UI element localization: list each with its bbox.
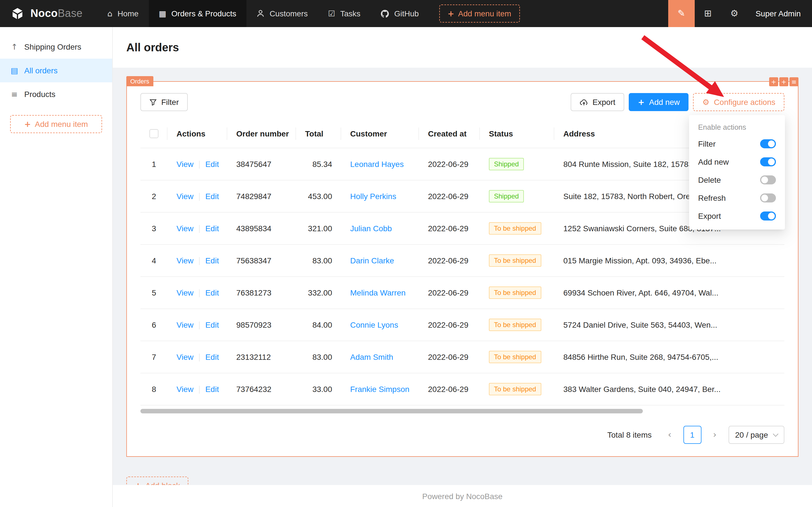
column-header-order-number: Order number xyxy=(227,119,296,148)
dropdown-item-add-new[interactable]: Add new xyxy=(689,153,785,171)
dropdown-item-filter[interactable]: Filter xyxy=(689,135,785,153)
menu-item-tasks[interactable]: Tasks xyxy=(318,0,371,27)
ui-editor-button[interactable] xyxy=(668,0,695,27)
add-new-toggle[interactable] xyxy=(760,157,776,166)
customer-link[interactable]: Adam Smith xyxy=(350,353,393,362)
view-link[interactable]: View xyxy=(176,160,193,169)
row-index: 3 xyxy=(140,213,168,245)
current-page-button[interactable]: 1 xyxy=(683,426,701,444)
customer-link[interactable]: Darin Clarke xyxy=(350,256,394,265)
plugins-button[interactable] xyxy=(695,0,721,27)
edit-link[interactable]: Edit xyxy=(205,320,219,329)
settings-button[interactable] xyxy=(721,0,748,27)
dropdown-item-refresh[interactable]: Refresh xyxy=(689,189,785,207)
total-cell: 453.00 xyxy=(296,180,341,213)
view-link[interactable]: View xyxy=(176,352,193,361)
status-badge: To be shipped xyxy=(489,319,541,331)
delete-toggle[interactable] xyxy=(760,175,776,184)
page-footer: Powered by NocoBase xyxy=(113,485,812,507)
toolbar-right: Export Add new Configure actions xyxy=(571,93,785,111)
drag-icon[interactable]: + xyxy=(769,77,778,86)
table-row: 2 ViewEdit 74829847 453.00 Holly Perkins… xyxy=(140,180,785,213)
sidebar-item-products[interactable]: Products xyxy=(0,82,112,106)
export-button[interactable]: Export xyxy=(571,93,625,111)
view-link[interactable]: View xyxy=(176,256,193,265)
dropdown-item-export[interactable]: Export xyxy=(689,207,785,225)
scrollbar-thumb[interactable] xyxy=(140,409,643,414)
order-number-cell: 75638347 xyxy=(227,245,296,277)
edit-link[interactable]: Edit xyxy=(205,288,219,297)
add-block-button[interactable]: Add block xyxy=(126,476,188,485)
prev-page-button[interactable] xyxy=(660,426,679,444)
order-number-cell: 98570923 xyxy=(227,309,296,341)
next-page-button[interactable] xyxy=(706,426,724,444)
app: NocoBase Home Orders & Products Customer… xyxy=(0,0,812,507)
divider xyxy=(199,258,199,265)
page-size-select[interactable]: 20 / page xyxy=(728,426,785,444)
created-at-cell: 2022-06-29 xyxy=(419,309,480,341)
menu-item-customers[interactable]: Customers xyxy=(246,0,318,27)
prev-icon xyxy=(668,431,672,440)
customer-link[interactable]: Holly Perkins xyxy=(350,192,396,201)
dropdown-item-label: Refresh xyxy=(698,193,726,203)
total-cell: 83.00 xyxy=(296,341,341,373)
filter-toggle[interactable] xyxy=(760,139,776,148)
dropdown-item-delete[interactable]: Delete xyxy=(689,171,785,189)
sidebar-item-shipping-orders[interactable]: Shipping Orders xyxy=(0,35,112,59)
divider xyxy=(199,322,199,330)
edit-link[interactable]: Edit xyxy=(205,224,219,233)
customer-link[interactable]: Melinda Warren xyxy=(350,288,406,297)
order-number-cell: 74829847 xyxy=(227,180,296,213)
order-number-cell: 23132112 xyxy=(227,341,296,373)
menu-item-home[interactable]: Home xyxy=(97,0,149,27)
edit-link[interactable]: Edit xyxy=(205,352,219,361)
main-menu: Home Orders & Products Customers Tasks xyxy=(97,0,429,27)
menu-item-github[interactable]: GitHub xyxy=(370,0,429,27)
status-badge: Shipped xyxy=(489,190,524,203)
order-number-cell: 43895834 xyxy=(227,213,296,245)
sidebar-add-menu-item-label: Add menu item xyxy=(35,120,88,128)
paintbrush-icon xyxy=(678,9,685,18)
created-at-cell: 2022-06-29 xyxy=(419,148,480,180)
refresh-toggle[interactable] xyxy=(760,193,776,203)
customer-link[interactable]: Leonard Hayes xyxy=(350,160,404,169)
view-link[interactable]: View xyxy=(176,288,193,297)
created-at-cell: 2022-06-29 xyxy=(419,277,480,309)
tasks-icon xyxy=(328,10,335,17)
total-cell: 33.00 xyxy=(296,373,341,405)
add-new-button[interactable]: Add new xyxy=(629,93,689,111)
customer-link[interactable]: Frankie Simpson xyxy=(350,385,409,394)
pagination-total: Total 8 items xyxy=(607,431,651,440)
edit-link[interactable]: Edit xyxy=(205,385,219,394)
add-icon[interactable]: + xyxy=(779,77,788,86)
page-header: All orders xyxy=(113,27,812,68)
created-at-cell: 2022-06-29 xyxy=(419,213,480,245)
menu-item-orders-products[interactable]: Orders & Products xyxy=(149,0,246,27)
edit-link[interactable]: Edit xyxy=(205,160,219,169)
nocobase-logo-icon xyxy=(10,6,25,21)
export-toggle[interactable] xyxy=(760,212,776,221)
export-label: Export xyxy=(593,98,616,107)
customer-link[interactable]: Connie Lyons xyxy=(350,321,398,330)
edit-link[interactable]: Edit xyxy=(205,192,219,201)
filter-button[interactable]: Filter xyxy=(140,93,188,111)
configure-actions-button[interactable]: Configure actions xyxy=(693,93,785,111)
edit-link[interactable]: Edit xyxy=(205,256,219,265)
dropdown-item-label: Export xyxy=(698,212,721,221)
column-header-customer: Customer xyxy=(341,119,419,148)
export-icon xyxy=(580,98,588,106)
customer-link[interactable]: Julian Cobb xyxy=(350,224,392,233)
sidebar-add-menu-item-button[interactable]: Add menu item xyxy=(10,115,102,133)
add-menu-item-button[interactable]: Add menu item xyxy=(439,4,520,22)
column-header-status: Status xyxy=(480,119,554,148)
select-all-checkbox[interactable] xyxy=(150,129,159,138)
view-link[interactable]: View xyxy=(176,192,193,201)
user-menu[interactable]: Super Admin xyxy=(748,9,812,18)
brand-name: NocoBase xyxy=(31,7,82,20)
sidebar-item-all-orders[interactable]: All orders xyxy=(0,59,112,82)
view-link[interactable]: View xyxy=(176,385,193,394)
view-link[interactable]: View xyxy=(176,320,193,329)
view-link[interactable]: View xyxy=(176,224,193,233)
brand[interactable]: NocoBase xyxy=(0,0,97,27)
block-settings-icon[interactable] xyxy=(790,77,799,86)
